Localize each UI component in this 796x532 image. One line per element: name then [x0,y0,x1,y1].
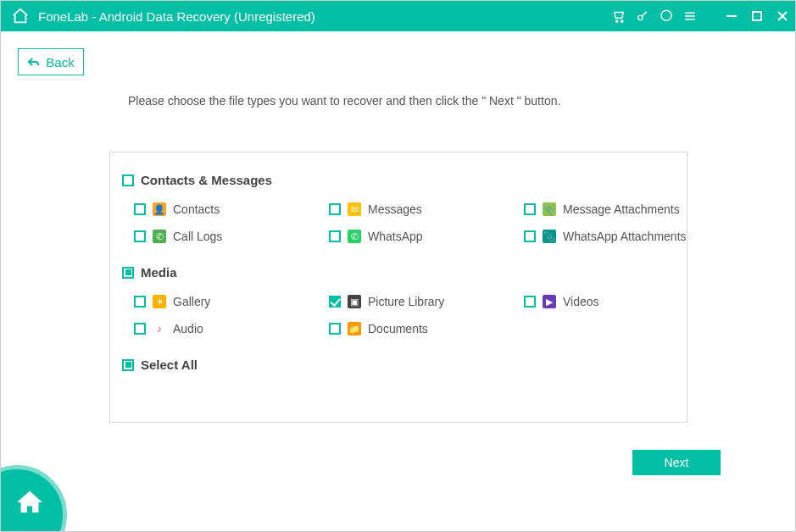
call-logs-icon: ✆ [153,230,166,243]
item-label: Messages [368,202,422,216]
checkbox-media-section[interactable] [122,267,134,279]
item-label: Call Logs [173,230,222,243]
checkbox-gallery[interactable] [134,296,146,308]
back-arrow-icon [27,57,39,67]
home-icon [14,487,45,518]
gallery-icon: ✶ [153,295,166,308]
svg-point-2 [638,15,643,19]
contacts-icon: 👤 [153,202,166,216]
checkbox-audio[interactable] [134,323,146,335]
media-item[interactable]: ✶Gallery [134,295,329,308]
svg-point-0 [616,20,618,22]
maximize-button[interactable] [744,4,770,28]
key-icon[interactable] [631,4,654,28]
minimize-button[interactable] [719,4,744,28]
contacts-item[interactable]: 📎WhatsApp Attachments [524,230,693,243]
item-label: Gallery [173,295,210,308]
checkbox-contacts[interactable] [134,203,146,215]
select-all-row[interactable]: Select All [122,357,675,372]
checkbox-contacts-section[interactable] [122,175,134,186]
next-button[interactable]: Next [632,450,721,475]
checkbox-messages[interactable] [329,203,341,215]
svg-point-1 [621,20,623,22]
item-label: Documents [368,322,428,335]
home-bubble-button[interactable] [0,465,67,532]
next-button-label: Next [665,456,689,469]
feedback-icon[interactable] [654,4,678,28]
title-bar: FoneLab - Android Data Recovery (Unregis… [1,1,795,31]
contacts-item[interactable]: 📎Message Attachments [524,202,693,216]
contacts-grid: 👤Contacts✉Messages📎Message Attachments✆C… [122,202,675,243]
media-grid: ✶Gallery▣Picture Library▶Videos♪Audio📁Do… [122,295,675,335]
documents-icon: 📁 [348,322,361,335]
contacts-item[interactable]: 👤Contacts [134,202,329,216]
contacts-item[interactable]: ✉Messages [329,202,524,216]
section-header-contacts[interactable]: Contacts & Messages [122,173,675,187]
close-button[interactable] [770,4,795,28]
section-header-contacts-label: Contacts & Messages [141,173,272,187]
contacts-item[interactable]: ✆Call Logs [134,230,329,243]
message-attachments-icon: 📎 [543,202,556,216]
messages-icon: ✉ [348,202,361,216]
media-item[interactable]: 📁Documents [329,322,524,335]
checkbox-videos[interactable] [524,296,536,308]
contacts-item[interactable]: ✆WhatsApp [329,230,524,243]
instruction-text: Please choose the file types you want to… [128,94,795,108]
videos-icon: ▶ [543,295,556,308]
checkbox-whatsapp[interactable] [329,230,341,242]
picture-library-icon: ▣ [348,295,361,308]
section-header-media-label: Media [141,265,177,280]
media-item[interactable]: ▣Picture Library [329,295,524,308]
item-label: Videos [563,295,599,308]
whatsapp-attachments-icon: 📎 [543,230,556,243]
item-label: Message Attachments [563,202,680,216]
item-label: Audio [173,322,203,335]
checkbox-message-attachments[interactable] [524,203,536,215]
menu-icon[interactable] [678,4,702,28]
file-type-panel: Contacts & Messages 👤Contacts✉Messages📎M… [109,152,687,423]
window-title: FoneLab - Android Data Recovery (Unregis… [38,9,315,24]
cart-icon[interactable] [607,4,631,28]
whatsapp-icon: ✆ [348,230,361,243]
media-item[interactable]: ♪Audio [134,322,329,335]
back-button-label: Back [46,55,74,69]
checkbox-select-all[interactable] [122,359,134,371]
section-header-media[interactable]: Media [122,265,675,280]
back-button[interactable]: Back [18,48,84,75]
select-all-label: Select All [141,357,198,372]
checkbox-documents[interactable] [329,323,341,335]
item-label: WhatsApp Attachments [563,230,687,243]
item-label: Contacts [173,202,220,216]
item-label: WhatsApp [368,230,423,243]
item-label: Picture Library [368,295,444,308]
checkbox-whatsapp-attachments[interactable] [524,230,536,242]
audio-icon: ♪ [153,322,166,335]
svg-rect-4 [753,12,761,20]
checkbox-picture-library[interactable] [329,296,341,308]
media-item[interactable]: ▶Videos [524,295,693,308]
app-logo-icon [11,7,30,25]
checkbox-call-logs[interactable] [134,230,146,242]
